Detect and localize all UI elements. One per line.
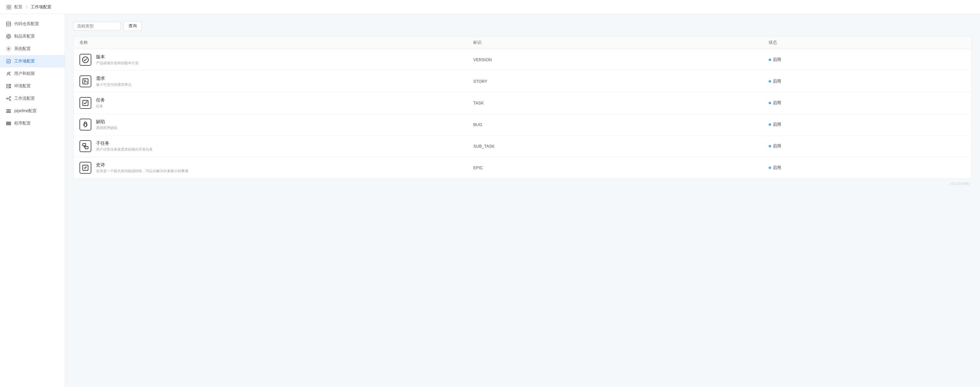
story-status-dot: [769, 80, 771, 83]
pipeline-config-icon: [6, 108, 11, 114]
sidebar-item-workflow-config[interactable]: 工作流配置: [0, 92, 65, 105]
epic-status-dot: [769, 166, 771, 169]
task-status: 启用: [769, 100, 966, 106]
name-cell-epic: 史诗 史诗是一个较大的功能或特性，可以分解为许多较小的事项: [80, 162, 473, 174]
topbar-icon: [6, 4, 12, 10]
svg-point-12: [10, 85, 10, 85]
table-row[interactable]: 任务 任务 TASK 启用: [73, 92, 971, 114]
svg-rect-24: [6, 123, 11, 124]
epic-label: EPIC: [473, 165, 768, 170]
svg-point-9: [8, 72, 10, 74]
table-header: 名称 标识 状态: [73, 37, 971, 49]
sidebar-item-system-config[interactable]: 系统配置: [0, 43, 65, 55]
epic-status: 启用: [769, 165, 966, 170]
main-content: 查询 名称 标识 状态: [65, 14, 980, 387]
subtask-name: 子任务: [96, 141, 153, 146]
task-text: 任务 任务: [96, 98, 105, 109]
subtask-status-text: 启用: [773, 144, 781, 149]
bug-icon: [80, 118, 91, 131]
sidebar-item-pipeline-config[interactable]: pipeline配置: [0, 105, 65, 117]
subtask-desc: 用户日常任务或需求的细分开发任务: [96, 147, 153, 152]
user-permission-icon: [6, 71, 11, 76]
version-status-text: 启用: [773, 57, 781, 62]
name-cell-bug: 缺陷 系统程序缺陷: [80, 118, 473, 131]
sidebar-label-workflow-config: 工作流配置: [14, 96, 35, 101]
svg-rect-1: [9, 5, 11, 7]
workitem-config-icon: [6, 59, 11, 64]
name-cell-subtask: 子任务 用户日常任务或需求的细分开发任务: [80, 140, 473, 152]
version-icon: [80, 54, 91, 66]
table-row[interactable]: 史诗 史诗是一个较大的功能或特性，可以分解为许多较小的事项 EPIC 启用: [73, 157, 971, 178]
svg-rect-22: [10, 112, 11, 113]
svg-point-13: [10, 87, 10, 88]
sidebar-label-pipeline-config: pipeline配置: [14, 108, 37, 114]
app-config-icon: [6, 121, 11, 126]
svg-point-16: [10, 99, 11, 101]
epic-name: 史诗: [96, 162, 188, 168]
bug-name: 缺陷: [96, 119, 117, 125]
epic-icon: [80, 162, 91, 174]
system-config-icon: [6, 46, 11, 51]
story-icon: [80, 75, 91, 87]
story-label: STORY: [473, 79, 768, 84]
sidebar-item-env-config[interactable]: 环境配置: [0, 80, 65, 92]
product-lib-icon: [6, 34, 11, 39]
svg-point-18: [8, 109, 9, 110]
sidebar-item-code-repo[interactable]: 代码仓库配置: [0, 18, 65, 30]
bug-status: 启用: [769, 122, 966, 127]
sidebar-item-workitem-config[interactable]: 工作项配置: [0, 55, 65, 67]
sidebar-label-app-config: 程序配置: [14, 121, 31, 126]
sidebar-item-app-config[interactable]: 程序配置: [0, 117, 65, 130]
version-text: 版本 产品或项目发布的版本计划: [96, 54, 138, 66]
subtask-text: 子任务 用户日常任务或需求的细分开发任务: [96, 141, 153, 152]
table-row[interactable]: 版本 产品或项目发布的版本计划 VERSION 启用: [73, 49, 971, 71]
svg-rect-20: [6, 112, 8, 113]
version-label: VERSION: [473, 58, 768, 62]
search-input[interactable]: [73, 22, 121, 30]
sidebar-label-system-config: 系统配置: [14, 46, 31, 51]
bug-label: BUG: [473, 122, 768, 127]
task-status-dot: [769, 102, 771, 104]
svg-rect-3: [9, 7, 11, 9]
svg-rect-30: [83, 144, 86, 146]
code-repo-icon: [6, 21, 11, 27]
sidebar-label-user-permission: 用户和权限: [14, 71, 35, 76]
table-row[interactable]: 需求 最小可交付的需求单元 STORY 启用: [73, 71, 971, 92]
col-header-label: 标识: [473, 40, 768, 45]
story-desc: 最小可交付的需求单元: [96, 82, 132, 87]
bug-desc: 系统程序缺陷: [96, 125, 117, 131]
toolbar: 查询: [73, 21, 972, 31]
sidebar: 代码仓库配置 制品库配置: [0, 14, 65, 387]
table-row[interactable]: 缺陷 系统程序缺陷 BUG 启用: [73, 114, 971, 136]
story-name: 需求: [96, 76, 132, 82]
col-header-name: 名称: [80, 40, 473, 45]
svg-point-7: [8, 48, 10, 50]
svg-point-14: [6, 98, 8, 99]
topbar-separator: /: [26, 5, 27, 10]
query-button[interactable]: 查询: [124, 21, 142, 31]
bug-status-dot: [769, 123, 771, 126]
subtask-status-dot: [769, 145, 771, 147]
name-cell-version: 版本 产品或项目发布的版本计划: [80, 54, 473, 66]
svg-rect-25: [6, 124, 11, 125]
svg-rect-23: [6, 122, 11, 123]
task-desc: 任务: [96, 104, 105, 109]
svg-point-17: [7, 109, 8, 110]
sidebar-item-user-permission[interactable]: 用户和权限: [0, 67, 65, 80]
version-desc: 产品或项目发布的版本计划: [96, 61, 138, 66]
sidebar-item-product-lib[interactable]: 制品库配置: [0, 30, 65, 43]
sidebar-label-code-repo: 代码仓库配置: [14, 21, 39, 27]
svg-point-19: [10, 109, 11, 110]
footer-tip: ©51CTO博客: [73, 182, 972, 186]
story-status: 启用: [769, 79, 966, 84]
svg-rect-31: [85, 146, 88, 149]
subtask-icon: [80, 140, 91, 152]
table-row[interactable]: 子任务 用户日常任务或需求的细分开发任务 SUB_TASK 启用: [73, 136, 971, 157]
svg-point-6: [8, 35, 10, 37]
sidebar-label-env-config: 环境配置: [14, 83, 31, 89]
subtask-label: SUB_TASK: [473, 144, 768, 149]
version-status: 启用: [769, 57, 966, 62]
task-name: 任务: [96, 98, 105, 103]
topbar-parent[interactable]: 配置: [14, 5, 22, 10]
app-layout: 配置 / 工作项配置 代码仓库配置: [0, 0, 980, 387]
